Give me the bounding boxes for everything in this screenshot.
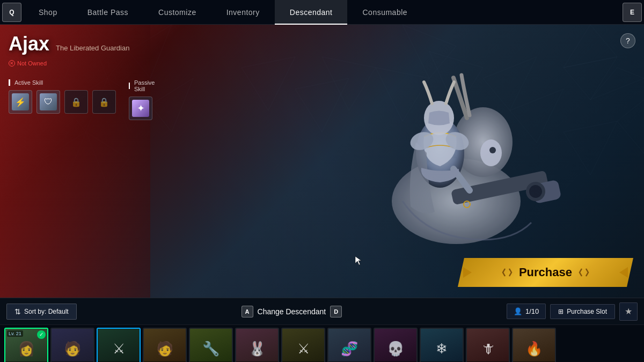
char-card-gley[interactable]: 💀Gley [374, 328, 418, 363]
purchase-slot-button[interactable]: ⊞ Purchase Slot [550, 304, 615, 319]
active-skills-row: ⚡ 🛡 🔒 🔒 [9, 90, 116, 114]
purchase-button-area: Purchase [458, 258, 633, 287]
nav-shop[interactable]: Shop [24, 0, 72, 25]
char-card-uviessa[interactable]: ❄Ultimate Viessa [420, 328, 464, 363]
favorites-button[interactable]: ★ [619, 302, 638, 321]
char-portrait-jayber: 🔧 [190, 329, 232, 363]
char-portrait-freyna: 🧬 [328, 329, 370, 363]
character-name: Ajax [9, 33, 49, 55]
char-portrait-bg-lepic: 🧑 [52, 329, 93, 363]
skill-3-locked: 🔒 [64, 90, 88, 114]
nav-descendant[interactable]: Descendant [275, 0, 348, 25]
nav-left-key[interactable]: Q [2, 3, 21, 22]
nav-battlepass[interactable]: Battle Pass [72, 0, 143, 25]
passive-skill-1[interactable]: ✦ [129, 97, 152, 120]
passive-skill-label: Passive Skill [129, 79, 156, 92]
char-portrait-bg-freyna: 🧬 [328, 329, 370, 363]
char-portrait-blair: 🔥 [513, 329, 555, 363]
nav-customize[interactable]: Customize [143, 0, 211, 25]
char-portrait-bunny: 🐰 [236, 329, 278, 363]
passive-skills-section: Passive Skill ✦ [129, 79, 156, 129]
key-a-badge: A [241, 306, 253, 317]
sort-icon: ⇅ [14, 307, 21, 316]
char-portrait-gley: 💀 [375, 329, 416, 363]
char-card-freyna[interactable]: 🧬Freyna [327, 328, 371, 363]
char-card-uajax[interactable]: ⚔Ultimate Ajax [281, 328, 325, 363]
character-info-panel: Ajax The Liberated Guardian ✕ Not Owned … [0, 25, 150, 298]
char-portrait-ajax: ⚔ [98, 329, 140, 363]
char-portrait-bg-jayber: 🔧 [190, 329, 232, 363]
character-subtitle: The Liberated Guardian [56, 44, 129, 52]
owned-check-viessa: ✓ [37, 330, 46, 339]
char-card-lepic[interactable]: 🧑Lepic [50, 328, 94, 363]
char-card-ulepic[interactable]: 🧑Ultimate Lepic [143, 328, 187, 363]
slot-count: 1/10 [525, 307, 539, 315]
change-descendant-controls: A Change Descendant D [83, 306, 500, 317]
active-skills-section: Active Skill ⚡ 🛡 🔒 [9, 79, 116, 129]
char-portrait-bg-bunny: 🐰 [236, 329, 278, 363]
ownership-status: ✕ Not Owned [9, 60, 47, 67]
char-portrait-bg-ulepic: 🧑 [144, 329, 186, 363]
char-card-bunny[interactable]: 🐰Bunny [235, 328, 279, 363]
char-level-viessa: Lv. 21 [7, 330, 23, 337]
char-portrait-sharen: 🗡 [467, 329, 509, 363]
nav-inventory[interactable]: Inventory [211, 0, 275, 25]
char-card-jayber[interactable]: 🔧Jayber [189, 328, 233, 363]
char-portrait-bg-blair: 🔥 [513, 329, 555, 363]
char-portrait-uajax: ⚔ [282, 329, 324, 363]
char-card-ajax[interactable]: ⚔Ajax [97, 328, 141, 363]
purchase-slot-grid-icon: ⊞ [558, 308, 564, 315]
star-icon: ★ [625, 306, 632, 316]
bottom-controls-bar: ⇅ Sort by: Default A Change Descendant D… [0, 298, 644, 324]
char-portrait-bg-gley: 💀 [375, 329, 416, 363]
not-owned-icon: ✕ [9, 60, 15, 67]
skill-4-locked: 🔒 [92, 90, 116, 114]
main-content: Ajax The Liberated Guardian ✕ Not Owned … [0, 25, 644, 298]
change-descendant-label: Change Descendant [258, 307, 326, 316]
nav-consumable[interactable]: Consumable [347, 0, 422, 25]
sort-button[interactable]: ⇅ Sort by: Default [6, 304, 77, 320]
passive-skills-row: ✦ [129, 97, 156, 120]
char-portrait-ulepic: 🧑 [144, 329, 186, 363]
slot-user-icon: 👤 [514, 307, 522, 315]
character-list: 👩Lv. 21✓Viessa🧑Lepic⚔Ajax🧑Ultimate Lepic… [0, 324, 644, 362]
char-portrait-bg-sharen: 🗡 [467, 329, 509, 363]
char-card-viessa[interactable]: 👩Lv. 21✓Viessa [4, 328, 48, 363]
char-portrait-bg-uviessa: ❄ [421, 329, 463, 363]
char-portrait-uviessa: ❄ [421, 329, 463, 363]
char-portrait-lepic: 🧑 [52, 329, 93, 363]
nav-right-key[interactable]: E [623, 3, 642, 22]
skill-2[interactable]: 🛡 [36, 90, 60, 114]
purchase-button[interactable]: Purchase [458, 258, 633, 287]
char-portrait-bg-uajax: ⚔ [282, 329, 324, 363]
right-controls: 👤 1/10 ⊞ Purchase Slot ★ [507, 302, 638, 321]
top-navigation: Q Shop Battle Pass Customize Inventory D… [0, 0, 644, 25]
active-skill-label: Active Skill [9, 79, 116, 86]
skill-1[interactable]: ⚡ [9, 90, 32, 114]
char-portrait-bg-ajax: ⚔ [98, 329, 140, 363]
key-d-badge: D [330, 306, 342, 317]
slot-counter: 👤 1/10 [507, 304, 546, 319]
char-card-blair[interactable]: 🔥Blair [512, 328, 556, 363]
char-card-sharen[interactable]: 🗡Sharen [466, 328, 510, 363]
help-button[interactable]: ? [620, 33, 635, 48]
